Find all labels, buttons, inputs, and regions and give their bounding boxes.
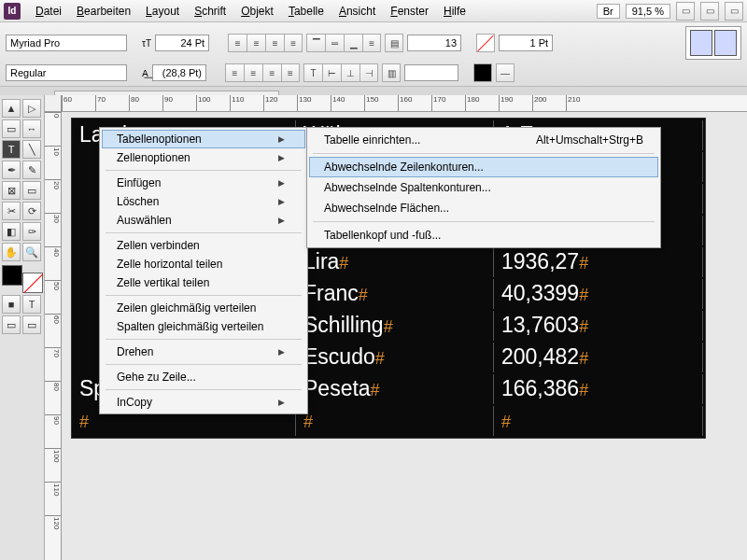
context-menu: Tabellenoptionen▶Zellenoptionen▶Einfügen… [99,127,308,414]
context-menu-item[interactable]: Gehe zu Zeile... [102,368,305,386]
rotate-270-icon[interactable]: ⊣ [359,63,378,82]
valign-just-icon[interactable]: ≡ [362,34,381,52]
stroke-style-icon[interactable]: — [496,63,514,82]
justify-last-left-icon[interactable]: ≡ [225,63,244,82]
context-menu-item[interactable]: Spalten gleichmäßig verteilen [102,317,305,336]
hand-tool-icon[interactable]: ✋ [2,243,21,261]
control-panel: Myriad Pro τT 24 Pt ≡ ≡ ≡ ≡ ▔ ═ ▁ ≡ ▤ 13… [0,22,747,87]
columns-field[interactable]: 13 [407,35,461,51]
rotate-90-icon[interactable]: ⊢ [322,63,341,82]
align-right-icon[interactable]: ≡ [265,34,284,52]
context-menu-item[interactable]: Zelle vertikal teilen [102,273,305,292]
rotate-180-icon[interactable]: ⊥ [341,63,359,82]
apply-none-icon[interactable]: T [22,295,41,314]
tool-panel: ▲▷ ▭↔ T╲ ✒✎ ⊠▭ ✂⟳ ◧✑ ✋🔍 ■T ▭▭ [0,95,45,560]
submenu-item[interactable]: Tabellenkopf und -fuß... [309,225,658,245]
scissors-tool-icon[interactable]: ✂ [2,202,21,220]
align-left-icon[interactable]: ≡ [228,34,247,52]
ruler-origin[interactable] [45,95,62,112]
page-spread-icon[interactable] [685,26,741,60]
menu-ansicht[interactable]: Ansicht [331,5,383,18]
align-group: ≡ ≡ ≡ ≡ [228,34,303,52]
color-swatch[interactable] [2,265,43,293]
valign-group: ▔ ═ ▁ ≡ [306,34,381,52]
rows-icon: ▥ [382,63,401,82]
leading-icon: A͟ [142,68,148,78]
eyedropper-tool-icon[interactable]: ✑ [22,222,41,241]
gradient-tool-icon[interactable]: ◧ [2,222,21,241]
stroke-swatch[interactable] [476,34,495,52]
view-mode-icon[interactable]: ▭ [676,2,695,21]
font-size-icon: τT [142,38,151,49]
context-menu-item[interactable]: Zeilen gleichmäßig verteilen [102,299,305,317]
menu-objekt[interactable]: Objekt [233,5,281,18]
leading-field[interactable]: (28,8 Pt) [152,64,206,81]
stroke-weight-field[interactable]: 1 Pt [499,35,553,51]
cols-icon: ▤ [385,34,403,52]
rows-field[interactable] [404,64,458,81]
menu-bearbeiten[interactable]: Bearbeiten [69,5,138,18]
gap-tool-icon[interactable]: ↔ [22,119,41,138]
font-size-field[interactable]: 24 Pt [155,35,209,51]
submenu-item[interactable]: Tabelle einrichten...Alt+Umschalt+Strg+B [309,130,658,150]
menu-hilfe[interactable]: Hilfe [436,5,473,18]
ruler-vertical[interactable]: 0102030405060708090100110120 [45,112,62,560]
screen-mode-icon[interactable]: ▭ [700,2,719,21]
submenu-item[interactable]: Abwechselnde Flächen... [309,198,658,218]
justify-last-right-icon[interactable]: ≡ [262,63,281,82]
menubar: Id Datei Bearbeiten Layout Schrift Objek… [0,0,747,22]
font-style-field[interactable]: Regular [6,64,127,81]
submenu-item[interactable]: Abwechselnde Spaltenkonturen... [309,177,658,198]
menu-fenster[interactable]: Fenster [383,5,436,18]
transform-tool-icon[interactable]: ⟳ [22,202,41,220]
ruler-horizontal[interactable]: 6070809010011012013014015016017018019020… [62,95,747,112]
menu-datei[interactable]: Datei [28,5,69,18]
fill-swatch[interactable] [473,63,492,82]
line-tool-icon[interactable]: ╲ [22,140,41,159]
selection-tool-icon[interactable]: ▲ [2,99,21,118]
context-menu-item[interactable]: Löschen▶ [102,192,305,211]
context-menu-item[interactable]: Drehen▶ [102,343,305,361]
preview-view-icon[interactable]: ▭ [22,315,41,334]
align-justify-icon[interactable]: ≡ [284,34,303,52]
font-family-field[interactable]: Myriad Pro [6,35,127,51]
bridge-button[interactable]: Br [597,4,620,19]
pencil-tool-icon[interactable]: ✎ [22,161,41,179]
context-menu-item[interactable]: Zellenoptionen▶ [102,148,305,167]
context-menu-item[interactable]: InCopy▶ [102,393,305,412]
pen-tool-icon[interactable]: ✒ [2,161,21,179]
valign-top-icon[interactable]: ▔ [306,34,325,52]
align-center-icon[interactable]: ≡ [247,34,265,52]
menu-tabelle[interactable]: Tabelle [281,5,331,18]
arrange-icon[interactable]: ▭ [725,2,743,21]
direct-selection-tool-icon[interactable]: ▷ [22,99,41,118]
valign-bot-icon[interactable]: ▁ [344,34,362,52]
rectangle-tool-icon[interactable]: ▭ [22,181,41,200]
submenu-tabellenoptionen: Tabelle einrichten...Alt+Umschalt+Strg+B… [306,127,661,248]
normal-view-icon[interactable]: ▭ [2,315,21,334]
zoom-level[interactable]: 91,5 % [626,4,670,19]
justify-last-center-icon[interactable]: ≡ [244,63,262,82]
rotate-0-icon[interactable]: T [303,63,322,82]
apply-color-icon[interactable]: ■ [2,295,21,314]
valign-mid-icon[interactable]: ═ [325,34,344,52]
context-menu-item[interactable]: Zelle horizontal teilen [102,255,305,273]
rectangle-frame-tool-icon[interactable]: ⊠ [2,181,21,200]
submenu-item[interactable]: Abwechselnde Zeilenkonturen... [309,157,658,177]
app-icon: Id [4,3,21,20]
justify-all-icon[interactable]: ≡ [281,63,300,82]
zoom-tool-icon[interactable]: 🔍 [22,243,41,261]
context-menu-item[interactable]: Einfügen▶ [102,174,305,192]
context-menu-item[interactable]: Tabellenoptionen▶ [102,130,305,148]
menu-schrift[interactable]: Schrift [187,5,233,18]
page-tool-icon[interactable]: ▭ [2,119,21,138]
type-tool-icon[interactable]: T [2,140,21,159]
menu-layout[interactable]: Layout [138,5,187,18]
context-menu-item[interactable]: Auswählen▶ [102,211,305,230]
context-menu-item[interactable]: Zellen verbinden [102,236,305,255]
